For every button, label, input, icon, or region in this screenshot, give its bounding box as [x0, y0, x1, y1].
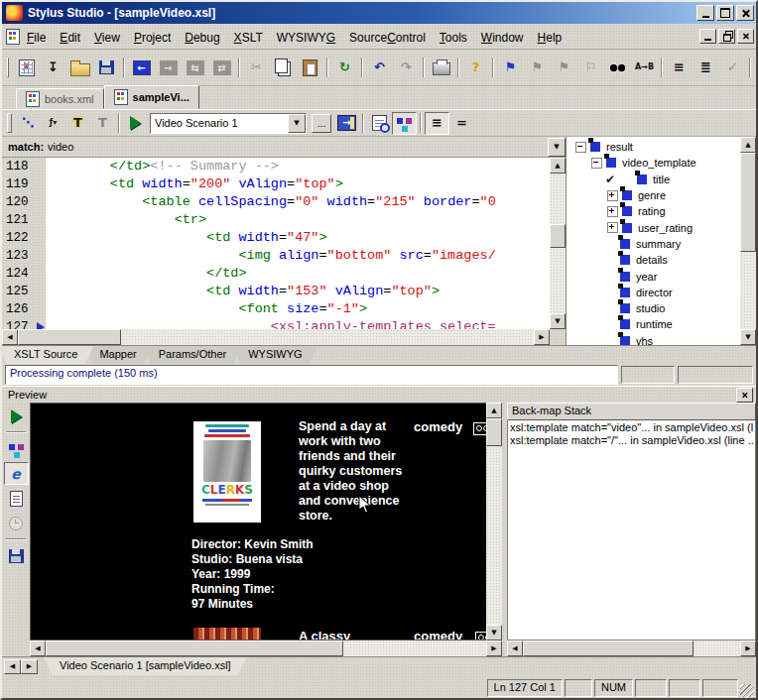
document-tab-books-xml[interactable]: books.xml [16, 88, 104, 109]
save-button[interactable] [93, 55, 120, 81]
preview-horizontal-scrollbar[interactable]: ◀ ▶ [30, 641, 502, 656]
tree-item-studio[interactable]: studio [568, 300, 740, 316]
scenario-properties-button[interactable]: ... [312, 114, 331, 133]
result-tree[interactable]: resultvideo_template✔titlegenreratinguse… [568, 137, 740, 345]
paste-button[interactable] [297, 55, 323, 81]
new-xsd-document-button[interactable]: ✗ [13, 55, 40, 81]
import-document-button[interactable]: ↧ [40, 55, 66, 81]
tab-scroll-left-button[interactable]: ◀ [4, 659, 21, 674]
editor-horizontal-scrollbar[interactable]: ◀ ▶ [2, 329, 566, 345]
tree-item-vhs[interactable]: vhs [568, 333, 740, 345]
mdi-close-button[interactable] [737, 29, 754, 44]
preview-close-button[interactable] [736, 388, 753, 403]
preview-text-button[interactable] [4, 487, 29, 510]
scroll-track[interactable] [550, 174, 566, 313]
scroll-track[interactable] [486, 418, 502, 625]
preview-run-button[interactable] [4, 405, 29, 427]
copy-button[interactable] [270, 55, 297, 81]
chevron-down-icon[interactable]: ▼ [288, 114, 306, 133]
scroll-thumb[interactable] [523, 641, 694, 656]
refresh-button[interactable]: ↻ [331, 55, 358, 81]
scroll-left-button[interactable]: ◀ [30, 641, 46, 656]
backmap-list[interactable]: xsl:template match="video"... in sampleV… [507, 420, 756, 641]
tree-item-year[interactable]: year [568, 268, 740, 284]
scroll-left-button[interactable]: ◀ [507, 641, 523, 656]
align-lines-button[interactable]: ≡ [425, 112, 449, 135]
bookmark-button[interactable]: ⚑ [497, 55, 524, 81]
find-button[interactable] [604, 55, 631, 81]
menu-help[interactable]: Help [531, 28, 569, 48]
tree-item-details[interactable]: details [568, 252, 740, 268]
open-scenario-button[interactable]: → [334, 112, 359, 135]
backmap-horizontal-scrollbar[interactable]: ◀ ▶ [507, 641, 756, 656]
toolbar-grip[interactable] [7, 58, 9, 77]
preview-result-button[interactable] [367, 112, 392, 135]
menu-edit[interactable]: Edit [53, 28, 87, 48]
scroll-track[interactable] [18, 329, 534, 345]
line-spacing-button[interactable]: = [449, 112, 474, 135]
tab-xslt-source[interactable]: XSLT Source [0, 346, 93, 364]
scenario-selector[interactable]: Video Scenario 1▼ [150, 113, 307, 134]
toolbar-grip[interactable] [7, 113, 12, 133]
editor-vertical-scrollbar[interactable]: ▲ ▼ [550, 158, 566, 329]
tree-item-summary[interactable]: summary [568, 236, 740, 252]
scroll-down-button[interactable]: ▼ [486, 625, 502, 641]
scenario-tab[interactable]: Video Scenario 1 [sampleVideo.xsl] [44, 657, 247, 675]
justify-button[interactable]: ≡ [666, 55, 693, 81]
tree-vertical-scrollbar[interactable]: ▲ ▼ [740, 137, 756, 345]
collapse-box-icon[interactable] [591, 158, 602, 169]
scroll-thumb[interactable] [18, 329, 121, 345]
scroll-thumb[interactable] [550, 224, 566, 248]
tree-item-genre[interactable]: genre [568, 187, 740, 203]
expand-box-icon[interactable] [607, 222, 618, 233]
expand-box-icon[interactable] [607, 206, 618, 217]
tree-item-user_rating[interactable]: user_rating [568, 219, 740, 235]
scroll-track[interactable] [523, 641, 740, 656]
preview-panel-titlebar[interactable]: Preview [2, 387, 756, 403]
match-selector[interactable]: match: video ▼ [2, 137, 566, 158]
window-back-button[interactable]: ← [128, 55, 155, 81]
scroll-up-button[interactable]: ▲ [550, 158, 566, 174]
scroll-up-button[interactable]: ▲ [486, 403, 502, 418]
print-button[interactable] [428, 55, 454, 81]
document-tab-samplevi-[interactable]: sampleVi... [104, 85, 199, 109]
menu-wysiwyg[interactable]: WYSIWYG [270, 28, 342, 48]
scroll-track[interactable] [46, 641, 486, 656]
open-file-button[interactable] [66, 55, 93, 81]
menu-view[interactable]: View [87, 28, 127, 48]
menu-window[interactable]: Window [474, 28, 531, 48]
scroll-up-button[interactable]: ▲ [740, 137, 756, 153]
backmap-entry[interactable]: xsl:template match="/"... in sampleVideo… [508, 433, 755, 446]
tree-item-director[interactable]: director [568, 285, 740, 300]
backmap-path-button[interactable]: ⋱ [16, 112, 41, 135]
mdi-minimize-button[interactable] [699, 29, 716, 44]
code-editor[interactable]: 118 </td><!-- Summary -->119 <td width="… [2, 158, 550, 329]
resize-grip[interactable] [740, 684, 754, 698]
help-button[interactable]: ? [462, 55, 489, 81]
scroll-down-button[interactable]: ▼ [740, 329, 756, 345]
scroll-right-button[interactable]: ▶ [534, 329, 550, 345]
menu-debug[interactable]: Debug [178, 28, 226, 48]
tab-params-other[interactable]: Params/Other [143, 346, 242, 364]
scroll-track[interactable] [740, 153, 756, 329]
match-dropdown-arrow[interactable]: ▼ [548, 138, 566, 157]
maximize-button[interactable] [716, 5, 734, 21]
scroll-down-button[interactable]: ▼ [550, 313, 566, 329]
preview-save-button[interactable] [4, 544, 29, 567]
menu-sourcecontrol[interactable]: SourceControl [342, 28, 433, 48]
scroll-thumb[interactable] [740, 153, 756, 252]
title-bar[interactable]: Stylus Studio - [sampleVideo.xsl] [2, 2, 756, 24]
scroll-left-button[interactable]: ◀ [2, 329, 18, 345]
tab-mapper[interactable]: Mapper [83, 346, 152, 364]
scroll-right-button[interactable]: ▶ [740, 641, 756, 656]
preview-output[interactable]: CLERKS Spend a day atwork with twofriend… [30, 403, 486, 641]
preview-mapper-button[interactable] [4, 437, 29, 460]
scroll-right-button[interactable]: ▶ [486, 641, 502, 656]
undo-button[interactable]: ↶ [366, 55, 393, 81]
tree-item-title[interactable]: ✔title [568, 172, 740, 187]
function-list-button[interactable]: ƒ▾ [41, 112, 65, 135]
tree-item-runtime[interactable]: runtime [568, 316, 740, 332]
expand-box-icon[interactable] [607, 190, 618, 201]
mdi-restore-button[interactable] [718, 29, 735, 44]
scroll-thumb[interactable] [46, 641, 343, 656]
